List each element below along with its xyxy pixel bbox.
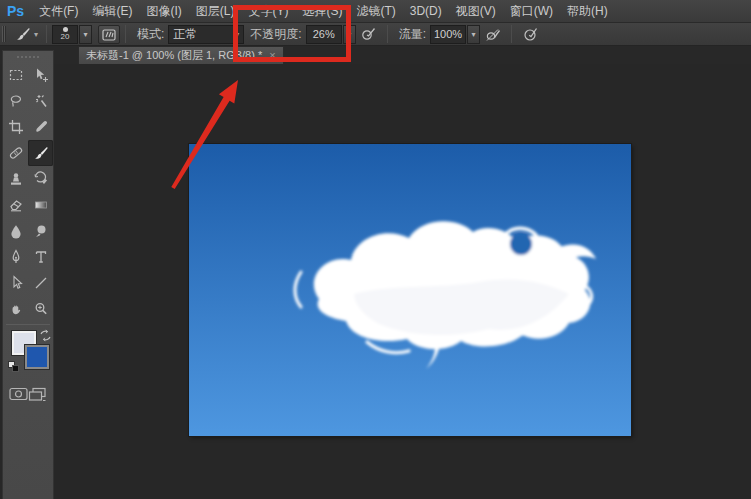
divider xyxy=(6,324,50,325)
magic-wand-icon xyxy=(33,93,49,109)
pen-icon xyxy=(8,249,24,265)
annotation-highlight-box xyxy=(233,5,351,62)
tool-hand[interactable] xyxy=(3,296,28,322)
gradient-icon xyxy=(33,197,49,213)
menu-file[interactable]: 文件(F) xyxy=(32,0,85,22)
path-selection-icon xyxy=(8,275,24,291)
dodge-icon xyxy=(33,223,49,239)
line-icon xyxy=(33,275,49,291)
swap-colors-icon[interactable] xyxy=(39,329,53,342)
toolbar-drag-handle[interactable] xyxy=(17,53,39,60)
pressure-size-icon[interactable] xyxy=(519,25,541,44)
crop-icon xyxy=(8,119,24,135)
menu-image[interactable]: 图像(I) xyxy=(139,0,188,22)
tool-brush[interactable] xyxy=(28,140,53,166)
separator xyxy=(125,25,126,43)
background-color-swatch[interactable] xyxy=(25,345,49,369)
options-bar-grip[interactable] xyxy=(2,26,6,42)
tool-magic-wand[interactable] xyxy=(28,88,53,114)
tool-crop[interactable] xyxy=(3,114,28,140)
tool-move[interactable] xyxy=(28,62,53,88)
ps-logo: Ps xyxy=(0,3,32,19)
mode-label: 模式: xyxy=(137,26,164,43)
separator xyxy=(387,25,388,43)
airbrush-icon[interactable] xyxy=(482,25,504,44)
menu-window[interactable]: 窗口(W) xyxy=(503,0,560,22)
tool-zoom[interactable] xyxy=(28,296,53,322)
separator xyxy=(511,25,512,43)
tool-path-selection[interactable] xyxy=(3,270,28,296)
lasso-icon xyxy=(8,93,24,109)
tool-line[interactable] xyxy=(28,270,53,296)
tool-gradient[interactable] xyxy=(28,192,53,218)
blur-icon xyxy=(8,223,24,239)
menu-filter[interactable]: 滤镜(T) xyxy=(349,0,402,22)
rectangular-marquee-icon xyxy=(8,67,24,83)
tool-preset-button[interactable]: ▾ xyxy=(11,25,41,43)
menu-bar: Ps 文件(F) 编辑(E) 图像(I) 图层(L) 文字(Y) 选择(S) 滤… xyxy=(0,0,751,23)
brush-icon xyxy=(33,145,49,161)
menu-help[interactable]: 帮助(H) xyxy=(560,0,615,22)
menu-3d[interactable]: 3D(D) xyxy=(403,0,449,22)
flow-dropdown-button[interactable]: ▾ xyxy=(467,25,480,44)
brush-tool-icon xyxy=(14,26,32,42)
flow-label: 流量: xyxy=(399,26,426,43)
default-colors-icon[interactable] xyxy=(8,361,19,372)
clone-stamp-icon xyxy=(8,171,24,187)
hand-icon xyxy=(8,301,24,317)
move-icon xyxy=(33,67,49,83)
tool-lasso[interactable] xyxy=(3,88,28,114)
tool-eraser[interactable] xyxy=(3,192,28,218)
tool-healing-brush[interactable] xyxy=(3,140,28,166)
tools-panel xyxy=(2,50,54,499)
color-swatches xyxy=(3,329,53,381)
sky-cloud-image xyxy=(189,144,631,436)
tool-dodge[interactable] xyxy=(28,218,53,244)
tool-history-brush[interactable] xyxy=(28,166,53,192)
type-icon xyxy=(33,249,49,265)
tool-clone-stamp[interactable] xyxy=(3,166,28,192)
tool-rectangular-marquee[interactable] xyxy=(3,62,28,88)
photoshop-window: Ps 文件(F) 编辑(E) 图像(I) 图层(L) 文字(Y) 选择(S) 滤… xyxy=(0,0,751,499)
tool-blur[interactable] xyxy=(3,218,28,244)
mode-value: 正常 xyxy=(173,26,197,43)
tool-pen[interactable] xyxy=(3,244,28,270)
brush-preset-picker[interactable]: 20 ▾ xyxy=(52,25,92,44)
toggle-brush-panel-button[interactable] xyxy=(98,25,120,44)
chevron-down-icon: ▾ xyxy=(34,30,38,39)
brush-panel-icon xyxy=(102,28,116,41)
brush-size-value: 20 xyxy=(61,33,70,41)
brush-preset-dropdown-button[interactable]: ▾ xyxy=(79,25,92,44)
flow-value: 100% xyxy=(434,28,462,40)
quick-mask-button[interactable] xyxy=(9,387,28,401)
default-bg xyxy=(12,365,19,372)
document-canvas[interactable] xyxy=(189,144,631,436)
menu-view[interactable]: 视图(V) xyxy=(449,0,503,22)
menu-edit[interactable]: 编辑(E) xyxy=(85,0,139,22)
history-brush-icon xyxy=(33,171,49,187)
pressure-opacity-icon[interactable] xyxy=(358,25,380,44)
flow-field[interactable]: 100% xyxy=(430,25,466,44)
screen-mode-button[interactable] xyxy=(28,387,47,401)
eyedropper-icon xyxy=(33,119,49,135)
tab-bar: 未标题-1 @ 100% (图层 1, RGB/8) * × xyxy=(0,46,751,64)
options-bar: ▾ 20 ▾ 模式: 正常 ▾ 不透明度: 26% ▾ xyxy=(0,23,751,46)
tool-eyedropper[interactable] xyxy=(28,114,53,140)
separator xyxy=(46,25,47,43)
healing-brush-icon xyxy=(7,145,25,161)
zoom-icon xyxy=(33,301,49,317)
tool-type[interactable] xyxy=(28,244,53,270)
eraser-icon xyxy=(8,197,24,213)
